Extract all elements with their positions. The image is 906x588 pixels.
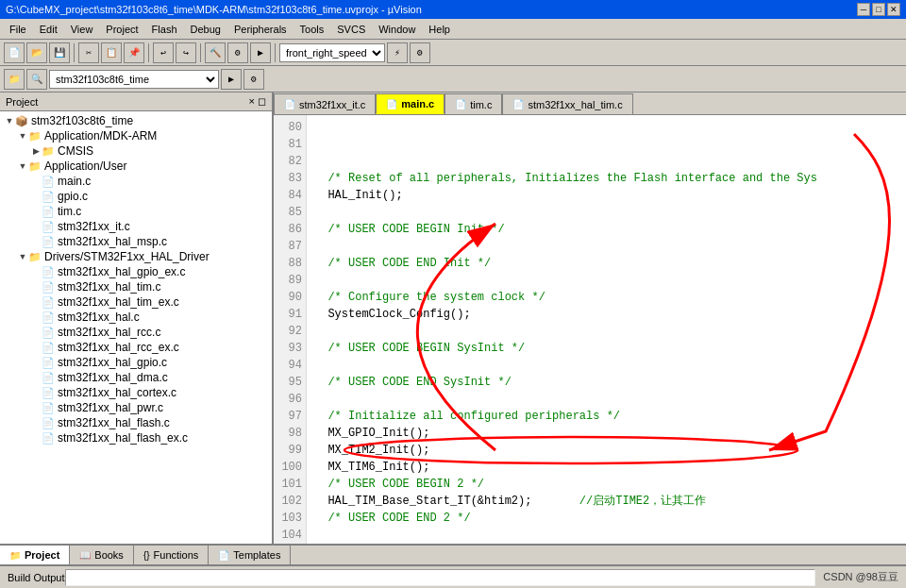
project-panel-title: Project bbox=[6, 96, 38, 108]
flash-button[interactable]: ⚡ bbox=[387, 42, 408, 63]
menu-item-flash[interactable]: Flash bbox=[146, 22, 183, 37]
code-editor[interactable]: 8081828384858687888990919293949596979899… bbox=[274, 115, 906, 544]
close-button[interactable]: ✕ bbox=[887, 3, 900, 16]
minimize-button[interactable]: ─ bbox=[857, 3, 870, 16]
code-line bbox=[314, 272, 898, 289]
line-number: 97 bbox=[281, 408, 302, 425]
file-dropdown[interactable]: stm32f103c8t6_time bbox=[49, 70, 219, 89]
menu-item-edit[interactable]: Edit bbox=[34, 22, 63, 37]
tree-item[interactable]: 📄stm32f1xx_hal_tim_ex.c bbox=[0, 294, 272, 310]
file-tree-icon: 📄 bbox=[42, 206, 55, 218]
title-text: G:\CubeMX_project\stm32f103c8t6_time\MDK… bbox=[6, 4, 422, 15]
tree-item[interactable]: ▶📁CMSIS bbox=[0, 143, 272, 159]
code-line: /* Reset of all peripherals, Initializes… bbox=[314, 170, 898, 187]
tree-item[interactable]: 📄stm32f1xx_hal_dma.c bbox=[0, 370, 272, 385]
tree-item-label: tim.c bbox=[58, 205, 81, 218]
tree-item[interactable]: 📄stm32f1xx_hal_gpio.c bbox=[0, 355, 272, 370]
tree-item[interactable]: 📄stm32f1xx_hal_rcc.c bbox=[0, 325, 272, 340]
bottom-tab-project[interactable]: 📁Project bbox=[0, 546, 70, 564]
project-panel: Project × ◻ ▼📦stm32f103c8t6_time▼📁Applic… bbox=[0, 92, 274, 544]
menu-item-window[interactable]: Window bbox=[373, 22, 421, 37]
separator-2 bbox=[148, 43, 149, 62]
tab-stm32f1xx_it-c[interactable]: 📄 stm32f1xx_it.c bbox=[274, 93, 376, 114]
config-button[interactable]: ⚙ bbox=[243, 69, 264, 90]
menu-item-debug[interactable]: Debug bbox=[185, 22, 226, 37]
tree-item[interactable]: 📄stm32f1xx_hal_rcc_ex.c bbox=[0, 340, 272, 355]
tree-item[interactable]: ▼📦stm32f103c8t6_time bbox=[0, 113, 272, 128]
code-line bbox=[314, 204, 898, 221]
folder-tree-icon: 📁 bbox=[28, 160, 42, 173]
target-dropdown[interactable]: front_right_speed bbox=[279, 43, 385, 62]
code-line: /* USER CODE BEGIN Init */ bbox=[314, 221, 898, 238]
file-tree-icon: 📄 bbox=[42, 327, 55, 339]
tree-expand-icon: ▼ bbox=[17, 161, 28, 171]
file-tree-icon: 📄 bbox=[42, 191, 55, 203]
line-number: 87 bbox=[281, 238, 302, 255]
tree-item[interactable]: 📄tim.c bbox=[0, 204, 272, 219]
undo-button[interactable]: ↩ bbox=[153, 42, 174, 63]
tree-item[interactable]: 📄stm32f1xx_hal_flash_ex.c bbox=[0, 430, 272, 445]
menu-item-help[interactable]: Help bbox=[423, 22, 456, 37]
title-bar: G:\CubeMX_project\stm32f103c8t6_time\MDK… bbox=[0, 0, 906, 19]
debug-button[interactable]: ▶ bbox=[250, 42, 271, 63]
search-button[interactable]: 🔍 bbox=[26, 69, 47, 90]
tree-item[interactable]: 📄stm32f1xx_hal_flash.c bbox=[0, 415, 272, 430]
tab-tim-c[interactable]: 📄 tim.c bbox=[445, 93, 502, 114]
line-number: 84 bbox=[281, 187, 302, 204]
tree-item-label: stm32f1xx_hal_gpio_ex.c bbox=[58, 265, 185, 278]
open-button[interactable]: 📂 bbox=[26, 42, 47, 63]
line-number: 90 bbox=[281, 289, 302, 306]
copy-button[interactable]: 📋 bbox=[101, 42, 122, 63]
menu-item-project[interactable]: Project bbox=[100, 22, 143, 37]
redo-button[interactable]: ↪ bbox=[176, 42, 196, 63]
rebuild-button[interactable]: ⚙ bbox=[227, 42, 248, 63]
menu-item-view[interactable]: View bbox=[65, 22, 99, 37]
menu-item-svcs[interactable]: SVCS bbox=[331, 22, 371, 37]
bottom-tabs: 📁Project📖Books{}Functions📄Templates bbox=[0, 544, 906, 564]
tree-item[interactable]: 📄stm32f1xx_hal_msp.c bbox=[0, 234, 272, 249]
tree-item[interactable]: 📄main.c bbox=[0, 174, 272, 189]
code-content[interactable]: /* Reset of all peripherals, Initializes… bbox=[307, 115, 906, 544]
code-line: /* USER CODE END 2 */ bbox=[314, 510, 898, 527]
project-panel-header: Project × ◻ bbox=[0, 92, 272, 111]
tree-item[interactable]: 📄stm32f1xx_hal_tim.c bbox=[0, 279, 272, 294]
project-button[interactable]: 📁 bbox=[4, 69, 25, 90]
code-line bbox=[314, 357, 898, 374]
save-button[interactable]: 💾 bbox=[49, 42, 70, 63]
bottom-tab-templates[interactable]: 📄Templates bbox=[209, 546, 291, 564]
tree-item[interactable]: ▼📁Application/MDK-ARM bbox=[0, 128, 272, 143]
go-button[interactable]: ▶ bbox=[221, 69, 242, 90]
menu-item-tools[interactable]: Tools bbox=[294, 22, 330, 37]
tree-item[interactable]: 📄gpio.c bbox=[0, 189, 272, 204]
line-number: 89 bbox=[281, 272, 302, 289]
bottom-tab-books[interactable]: 📖Books bbox=[70, 546, 134, 564]
file-tree-icon: 📄 bbox=[42, 417, 55, 429]
file-tree-icon: 📄 bbox=[42, 236, 55, 248]
bottom-tab-functions[interactable]: {}Functions bbox=[134, 546, 209, 564]
tree-item[interactable]: 📄stm32f1xx_hal_gpio_ex.c bbox=[0, 264, 272, 279]
line-number: 96 bbox=[281, 391, 302, 408]
tab-main-c[interactable]: 📄 main.c bbox=[376, 93, 445, 114]
tree-item[interactable]: 📄stm32f1xx_hal.c bbox=[0, 310, 272, 325]
new-file-button[interactable]: 📄 bbox=[4, 42, 25, 63]
file-tree-icon: 📄 bbox=[42, 311, 55, 324]
tree-item[interactable]: 📄stm32f1xx_hal_pwr.c bbox=[0, 400, 272, 415]
file-tree-icon: 📄 bbox=[42, 387, 55, 399]
options-button[interactable]: ⚙ bbox=[410, 42, 430, 63]
tab-stm32f1xx_hal_tim-c[interactable]: 📄 stm32f1xx_hal_tim.c bbox=[502, 93, 632, 114]
line-number: 102 bbox=[281, 493, 302, 510]
tree-item[interactable]: ▼📁Application/User bbox=[0, 159, 272, 174]
file-icon: 📄 bbox=[284, 99, 295, 109]
tree-item[interactable]: ▼📁Drivers/STM32F1xx_HAL_Driver bbox=[0, 249, 272, 264]
menu-item-peripherals[interactable]: Peripherals bbox=[228, 22, 293, 37]
maximize-button[interactable]: □ bbox=[872, 3, 885, 16]
tree-item[interactable]: 📄stm32f1xx_hal_cortex.c bbox=[0, 385, 272, 400]
paste-button[interactable]: 📌 bbox=[124, 42, 144, 63]
cut-button[interactable]: ✂ bbox=[78, 42, 99, 63]
menu-item-file[interactable]: File bbox=[4, 22, 32, 37]
build-button[interactable]: 🔨 bbox=[205, 42, 226, 63]
tree-item[interactable]: 📄stm32f1xx_it.c bbox=[0, 219, 272, 234]
tree-item-label: stm32f1xx_hal_flash_ex.c bbox=[58, 431, 188, 445]
separator-3 bbox=[200, 43, 201, 62]
bottom-tab-icon: 📖 bbox=[79, 550, 91, 561]
